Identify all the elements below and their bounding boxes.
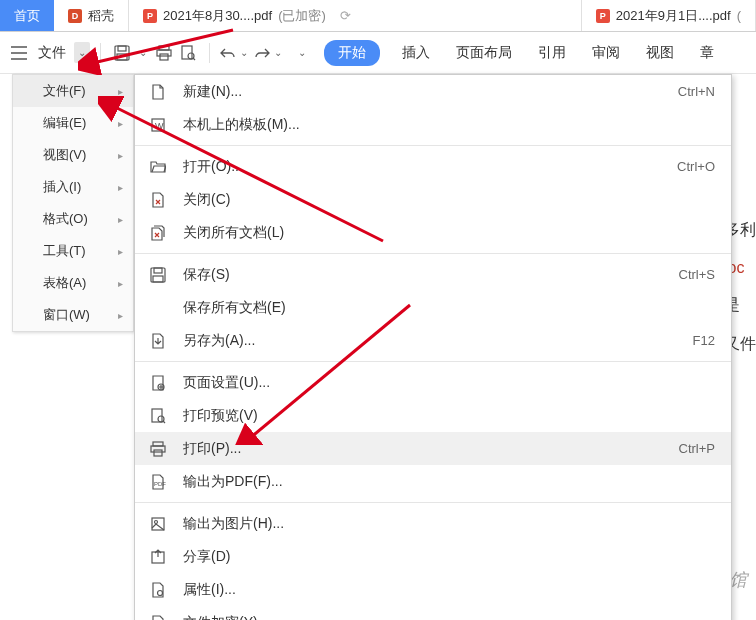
side-item-window[interactable]: 窗口(W)▸: [13, 299, 133, 331]
blank-icon: [147, 297, 169, 319]
ribbon-tab-section[interactable]: 章: [696, 40, 718, 66]
menu-print[interactable]: 打印(P)... Ctrl+P: [135, 432, 731, 465]
svg-point-21: [155, 520, 158, 523]
side-item-label: 窗口(W): [43, 306, 90, 324]
ribbon-tab-page-layout[interactable]: 页面布局: [452, 40, 516, 66]
svg-rect-17: [151, 446, 165, 452]
page-setup-icon: [147, 372, 169, 394]
menu-label: 文件加密(Y)...: [183, 614, 715, 621]
chevron-right-icon: ▸: [118, 310, 123, 321]
annotation-arrow: [78, 25, 238, 75]
menu-print-preview[interactable]: 打印预览(V): [135, 399, 731, 432]
menu-label: 属性(I)...: [183, 581, 715, 599]
side-item-label: 格式(O): [43, 210, 88, 228]
svg-rect-16: [153, 442, 163, 446]
side-item-label: 工具(T): [43, 242, 86, 260]
ribbon-tabs: 开始 插入 页面布局 引用 审阅 视图 章: [324, 40, 718, 66]
annotation-arrow: [235, 300, 415, 445]
print-icon: [147, 438, 169, 460]
menu-shortcut: Ctrl+P: [679, 441, 715, 456]
menu-shortcut: Ctrl+O: [677, 159, 715, 174]
tab-pdf1-name: 2021年8月30....pdf: [163, 7, 272, 25]
chevron-down-icon[interactable]: ⌄: [270, 47, 286, 58]
lock-icon: [147, 612, 169, 621]
print-preview-icon: [147, 405, 169, 427]
fire-icon: D: [68, 9, 82, 23]
side-item-label: 插入(I): [43, 178, 81, 196]
share-icon: [147, 546, 169, 568]
menu-encrypt[interactable]: 文件加密(Y)...: [135, 606, 731, 620]
side-item-label: 编辑(E): [43, 114, 86, 132]
menu-label: 分享(D): [183, 548, 715, 566]
tab-home-label: 首页: [14, 7, 40, 25]
side-item-label: 表格(A): [43, 274, 86, 292]
menu-properties[interactable]: 属性(I)...: [135, 573, 731, 606]
side-item-label: 视图(V): [43, 146, 86, 164]
menu-export-image[interactable]: 输出为图片(H)...: [135, 507, 731, 540]
redo-button[interactable]: ⌄: [254, 46, 286, 60]
pdf-icon: P: [596, 9, 610, 23]
save-as-icon: [147, 330, 169, 352]
chevron-right-icon: ▸: [118, 86, 123, 97]
tab-pdf-2[interactable]: P 2021年9月1日....pdf (: [582, 0, 756, 31]
chevron-right-icon: ▸: [118, 246, 123, 257]
tab-pdf2-suffix: (: [737, 8, 741, 23]
menu-save-all[interactable]: 保存所有文档(E): [135, 291, 731, 324]
tab-home[interactable]: 首页: [0, 0, 54, 31]
tab-docell-label: 稻壳: [88, 7, 114, 25]
svg-line-25: [93, 30, 233, 63]
pdf-export-icon: PDF: [147, 471, 169, 493]
menu-export-pdf[interactable]: PDF 输出为PDF(F)...: [135, 465, 731, 498]
svg-rect-12: [153, 276, 163, 282]
svg-rect-18: [154, 450, 162, 456]
menu-shortcut: Ctrl+S: [679, 267, 715, 282]
menu-save[interactable]: 保存(S) Ctrl+S: [135, 258, 731, 291]
menu-share[interactable]: 分享(D): [135, 540, 731, 573]
annotation-arrow: [98, 96, 388, 246]
svg-point-23: [158, 590, 163, 595]
image-export-icon: [147, 513, 169, 535]
side-item-label: 文件(F): [43, 82, 86, 100]
ribbon-tab-references[interactable]: 引用: [534, 40, 570, 66]
file-menu-trigger[interactable]: 文件: [32, 44, 72, 62]
svg-text:PDF: PDF: [154, 481, 166, 487]
svg-line-27: [250, 305, 410, 438]
menu-shortcut: F12: [693, 333, 715, 348]
menu-label: 输出为PDF(F)...: [183, 473, 715, 491]
ribbon-tab-review[interactable]: 审阅: [588, 40, 624, 66]
tab-refresh-icon[interactable]: ⟳: [340, 8, 351, 23]
menu-label: 输出为图片(H)...: [183, 515, 715, 533]
menu-save-as[interactable]: 另存为(A)... F12: [135, 324, 731, 357]
side-item-table[interactable]: 表格(A)▸: [13, 267, 133, 299]
menu-shortcut: Ctrl+N: [678, 84, 715, 99]
svg-line-26: [113, 106, 383, 241]
tab-pdf2-name: 2021年9月1日....pdf: [616, 7, 731, 25]
menu-page-setup[interactable]: 页面设置(U)...: [135, 366, 731, 399]
menu-separator: [135, 361, 731, 362]
menu-icon[interactable]: [8, 42, 30, 64]
menu-separator: [135, 502, 731, 503]
properties-icon: [147, 579, 169, 601]
tab-pdf1-suffix: (已加密): [278, 7, 326, 25]
pdf-icon: P: [143, 9, 157, 23]
menu-label: 保存(S): [183, 266, 679, 284]
chevron-down-icon[interactable]: ⌄: [236, 47, 252, 58]
save-icon: [147, 264, 169, 286]
ribbon-tab-view[interactable]: 视图: [642, 40, 678, 66]
svg-rect-11: [154, 268, 162, 273]
chevron-down-icon[interactable]: ⌄: [294, 47, 310, 58]
ribbon-tab-insert[interactable]: 插入: [398, 40, 434, 66]
chevron-right-icon: ▸: [118, 278, 123, 289]
ribbon-tab-start[interactable]: 开始: [324, 40, 380, 66]
menu-separator: [135, 253, 731, 254]
